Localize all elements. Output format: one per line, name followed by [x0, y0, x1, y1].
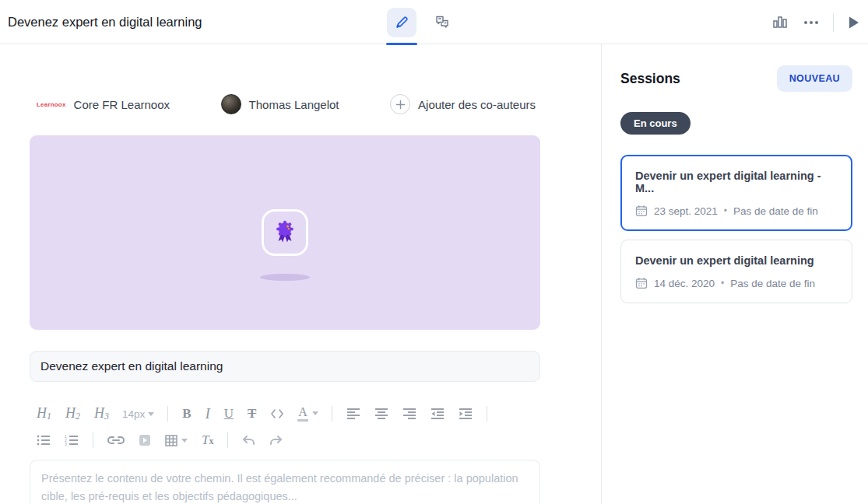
session-card[interactable]: Devenir un expert digital learning 14 dé…	[620, 240, 852, 303]
align-right-button[interactable]	[395, 404, 423, 424]
chevron-down-icon	[148, 412, 154, 416]
align-center-button[interactable]	[367, 404, 395, 424]
play-button[interactable]	[848, 16, 860, 30]
code-button[interactable]	[263, 404, 291, 424]
add-coauthors-label: Ajouter des co-auteurs	[418, 98, 536, 111]
ordered-list-button[interactable]: 123	[58, 430, 86, 450]
session-end-date: Pas de date de fin	[730, 278, 815, 289]
toolbar-row-2: 123	[30, 429, 540, 452]
calendar-icon	[635, 205, 648, 217]
header-actions	[771, 0, 860, 44]
chevron-down-icon	[181, 439, 188, 443]
session-meta: 14 déc. 2020 • Pas de date de fin	[635, 277, 838, 289]
table-button[interactable]	[158, 430, 195, 450]
rosette-icon	[271, 219, 299, 247]
separator-dot: •	[724, 205, 727, 216]
cover-banner	[30, 135, 540, 330]
document-meta-row: Learnoox Core FR Learnoox Thomas Langelo…	[30, 93, 540, 115]
session-end-date: Pas de date de fin	[733, 205, 818, 217]
sessions-header: Sessions NOUVEAU	[620, 65, 852, 92]
author-avatar	[221, 94, 241, 114]
top-bar: Devenez expert en digital learning	[0, 0, 868, 44]
link-button[interactable]	[100, 430, 132, 450]
description-placeholder: Présentez le contenu de votre chemin. Il…	[41, 470, 524, 504]
workspace: Learnoox Core FR Learnoox	[37, 98, 170, 111]
outdent-button[interactable]	[423, 404, 452, 424]
italic-button[interactable]: I	[199, 404, 217, 424]
font-size-select[interactable]: 14px	[116, 408, 160, 420]
heading1-button[interactable]: H1	[30, 404, 58, 424]
stats-button[interactable]	[771, 14, 789, 31]
description-editor[interactable]: Présentez le contenu de votre chemin. Il…	[30, 460, 540, 504]
undo-button[interactable]	[235, 430, 262, 450]
svg-text:3: 3	[65, 442, 67, 446]
strikethrough-button[interactable]: T	[241, 404, 263, 424]
course-badge	[262, 209, 308, 256]
page-title: Devenez expert en digital learning	[8, 0, 202, 44]
author: Thomas Langelot	[221, 94, 339, 114]
sessions-sidebar: Sessions NOUVEAU En cours Devenir un exp…	[602, 44, 868, 504]
course-title-input[interactable]	[30, 351, 540, 382]
session-title: Devenir un expert digital learning - M..…	[635, 170, 838, 194]
indent-button[interactable]	[452, 404, 480, 424]
heading3-button[interactable]: H3	[87, 404, 116, 424]
media-button[interactable]	[132, 430, 158, 450]
more-options-button[interactable]	[803, 20, 819, 25]
bullet-list-button[interactable]	[30, 430, 58, 450]
tab-edit[interactable]	[387, 8, 416, 37]
comments-icon	[434, 14, 451, 31]
app: Devenez expert en digital learning	[0, 0, 868, 504]
new-session-button[interactable]: NOUVEAU	[777, 65, 852, 92]
sessions-title: Sessions	[620, 71, 680, 87]
editor-toolbar: H1 H2 H3 14px B I U T	[30, 402, 540, 452]
status-badge-en-cours[interactable]: En cours	[620, 112, 691, 135]
session-meta: 23 sept. 2021 • Pas de date de fin	[635, 205, 838, 217]
heading2-button[interactable]: H2	[58, 404, 87, 424]
calendar-icon	[635, 277, 648, 289]
separator-dot: •	[721, 278, 724, 289]
underline-button[interactable]: U	[217, 404, 241, 424]
editor-pane: Learnoox Core FR Learnoox Thomas Langelo…	[0, 44, 602, 504]
text-color-button[interactable]: A	[291, 406, 325, 422]
session-title: Devenir un expert digital learning	[635, 254, 838, 267]
clear-format-button[interactable]: Tx	[195, 430, 220, 450]
badge-shadow	[260, 274, 310, 281]
bold-button[interactable]: B	[175, 404, 198, 424]
tab-comments[interactable]	[427, 8, 457, 37]
session-start-date: 14 déc. 2020	[654, 278, 715, 289]
header-divider	[833, 13, 834, 32]
author-name: Thomas Langelot	[249, 98, 339, 111]
align-left-button[interactable]	[339, 404, 367, 424]
add-coauthors-button[interactable]: Ajouter des co-auteurs	[390, 94, 536, 114]
workspace-name: Core FR Learnoox	[74, 98, 170, 111]
header-tabs	[387, 0, 457, 44]
chevron-down-icon	[312, 411, 318, 415]
session-list: Devenir un expert digital learning - M..…	[620, 155, 852, 303]
toolbar-row-1: H1 H2 H3 14px B I U T	[30, 402, 540, 425]
learnoox-logo: Learnoox	[37, 101, 66, 108]
redo-button[interactable]	[262, 430, 290, 450]
pencil-icon	[394, 15, 409, 30]
session-card[interactable]: Devenir un expert digital learning - M..…	[620, 155, 852, 231]
plus-circle-icon	[390, 94, 410, 114]
session-start-date: 23 sept. 2021	[654, 205, 718, 217]
